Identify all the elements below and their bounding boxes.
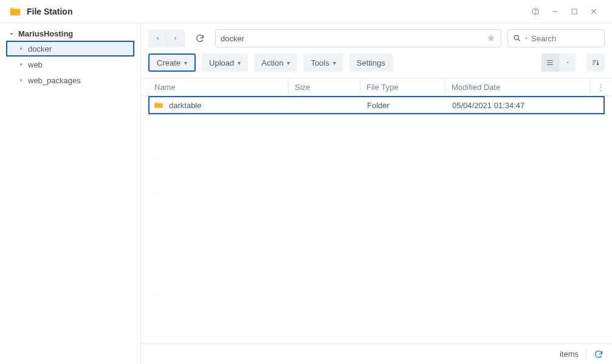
upload-button[interactable]: Upload ▾ bbox=[202, 53, 248, 72]
refresh-button[interactable] bbox=[191, 29, 209, 47]
tree-item-web[interactable]: web bbox=[6, 57, 134, 72]
empty-row: ... bbox=[148, 131, 605, 148]
chevron-down-icon: ▾ bbox=[287, 60, 290, 66]
app-folder-icon bbox=[9, 5, 22, 18]
chevron-down-icon[interactable] bbox=[524, 36, 529, 41]
view-list-button[interactable] bbox=[542, 53, 559, 72]
svg-point-1 bbox=[535, 13, 536, 13]
search-input[interactable] bbox=[531, 34, 599, 43]
empty-row: ... bbox=[148, 284, 605, 301]
favorite-star-icon[interactable] bbox=[486, 33, 496, 43]
status-items-label: items bbox=[560, 349, 579, 359]
main-panel: docker Create ▾ Upload bbox=[141, 23, 612, 364]
view-dropdown-button[interactable] bbox=[559, 53, 576, 72]
column-menu-button[interactable]: ⋮ bbox=[590, 78, 605, 95]
search-icon bbox=[513, 34, 521, 43]
tree-root-label: MariusHosting bbox=[18, 29, 73, 38]
chevron-down-icon: ▾ bbox=[333, 60, 336, 66]
create-button[interactable]: Create ▾ bbox=[148, 53, 196, 72]
titlebar: File Station bbox=[0, 0, 612, 23]
empty-row: ... bbox=[148, 233, 605, 250]
chevron-right-icon bbox=[18, 46, 24, 52]
folder-icon bbox=[153, 100, 164, 111]
row-date: 05/04/2021 01:34:47 bbox=[446, 101, 603, 110]
tree-item-web-packages[interactable]: web_packages bbox=[6, 72, 134, 88]
row-name: darktable bbox=[169, 101, 201, 110]
button-label: Create bbox=[157, 58, 181, 67]
nav-forward-button[interactable] bbox=[167, 29, 185, 47]
tree-item-docker[interactable]: docker bbox=[6, 41, 134, 57]
empty-row: ... bbox=[148, 250, 605, 267]
empty-row: ... bbox=[148, 216, 605, 233]
column-header-size[interactable]: Size bbox=[288, 78, 360, 95]
svg-rect-2 bbox=[552, 11, 557, 12]
chevron-down-icon: ▾ bbox=[184, 60, 187, 66]
column-header-type[interactable]: File Type bbox=[360, 78, 445, 95]
minimize-button[interactable] bbox=[545, 4, 565, 19]
topbar: docker bbox=[141, 23, 612, 51]
empty-row: ... bbox=[148, 114, 605, 131]
tree-item-label: docker bbox=[28, 44, 52, 53]
app-title: File Station bbox=[27, 7, 72, 16]
svg-rect-3 bbox=[572, 9, 577, 14]
nav-back-button[interactable] bbox=[148, 29, 167, 47]
action-button[interactable]: Action ▾ bbox=[254, 53, 297, 72]
help-button[interactable] bbox=[526, 4, 545, 19]
tree-root[interactable]: MariusHosting bbox=[6, 27, 134, 41]
chevron-down-icon: ▾ bbox=[238, 60, 241, 66]
close-button[interactable] bbox=[584, 4, 603, 19]
path-input[interactable]: docker bbox=[215, 29, 501, 47]
toolbar: Create ▾ Upload ▾ Action ▾ Tools ▾ Setti… bbox=[141, 51, 612, 78]
path-text: docker bbox=[221, 34, 244, 43]
divider bbox=[586, 349, 586, 360]
tree-item-label: web bbox=[28, 60, 43, 69]
sort-button[interactable] bbox=[586, 53, 605, 72]
column-header-date[interactable]: Modified Date bbox=[445, 78, 590, 95]
settings-button[interactable]: Settings bbox=[349, 53, 393, 72]
status-bar: items bbox=[141, 343, 612, 364]
empty-row: ... bbox=[148, 267, 605, 284]
grid-body: darktable Folder 05/04/2021 01:34:47 ...… bbox=[141, 96, 612, 343]
empty-row: ... bbox=[148, 165, 605, 182]
empty-row: ... bbox=[148, 182, 605, 199]
grid-header: Name Size File Type Modified Date ⋮ bbox=[141, 78, 612, 96]
chevron-right-icon bbox=[18, 77, 24, 83]
empty-row: ... bbox=[148, 301, 605, 318]
button-label: Tools bbox=[311, 58, 329, 67]
view-mode-group bbox=[542, 53, 576, 72]
row-type: Folder bbox=[361, 101, 446, 110]
tree-item-label: web_packages bbox=[28, 76, 81, 85]
button-label: Settings bbox=[357, 58, 385, 67]
empty-row: ... bbox=[148, 148, 605, 165]
search-box[interactable] bbox=[507, 29, 605, 47]
empty-row: ... bbox=[148, 199, 605, 216]
svg-point-4 bbox=[514, 35, 518, 39]
chevron-down-icon bbox=[9, 31, 15, 37]
chevron-right-icon bbox=[18, 61, 24, 67]
tools-button[interactable]: Tools ▾ bbox=[303, 53, 343, 72]
maximize-button[interactable] bbox=[565, 4, 584, 19]
nav-buttons bbox=[148, 29, 185, 47]
column-header-name[interactable]: Name bbox=[148, 83, 288, 92]
status-refresh-button[interactable] bbox=[594, 349, 603, 359]
table-row[interactable]: darktable Folder 05/04/2021 01:34:47 bbox=[148, 96, 605, 114]
button-label: Upload bbox=[209, 58, 234, 67]
sidebar: MariusHosting docker web web_packages bbox=[0, 23, 141, 364]
button-label: Action bbox=[261, 58, 283, 67]
